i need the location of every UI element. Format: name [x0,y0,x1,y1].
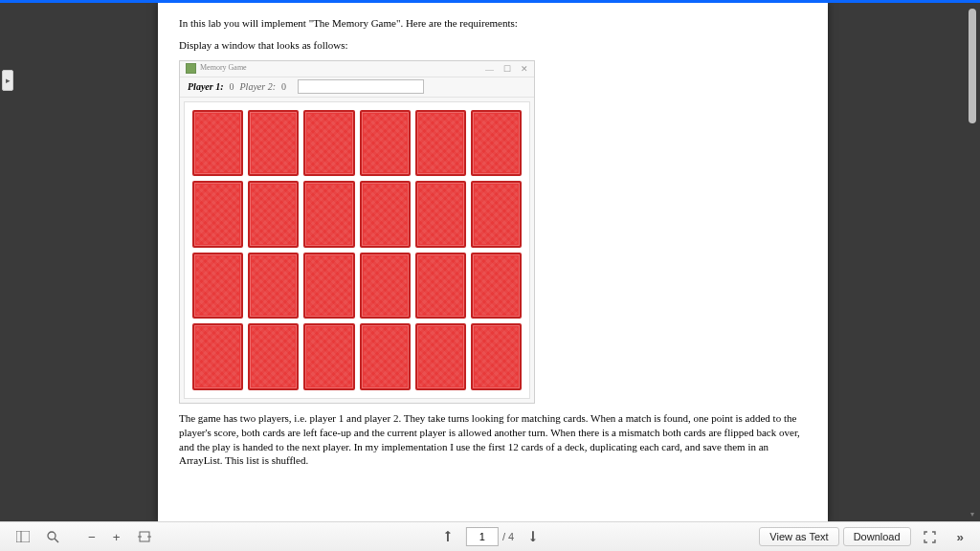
card [471,323,522,390]
card [415,181,466,248]
display-instruction: Display a window that looks as follows: [179,38,807,53]
card [360,110,411,177]
more-tools-button[interactable]: » [950,527,970,546]
svg-point-2 [48,532,56,540]
document-page: In this lab you will implement "The Memo… [158,3,828,522]
page-total-label: / 4 [502,531,514,542]
fit-button[interactable] [131,527,158,546]
search-input [298,79,424,94]
zoom-in-button[interactable]: + [106,527,127,546]
card [471,253,522,320]
card [192,181,243,248]
scrollbar-thumb[interactable] [969,9,976,123]
rules-paragraph: The game has two players, i.e. player 1 … [179,411,807,468]
scroll-down-icon[interactable]: ▾ [969,511,976,518]
card [192,110,243,177]
page-down-button[interactable]: 🠗 [520,527,546,546]
card [303,323,354,390]
card [248,253,299,320]
footer-toolbar: − + 🠕 / 4 🠗 View as Text Download » [0,521,980,551]
pagination: 🠕 / 4 🠗 [433,527,547,546]
card [471,110,522,177]
card-grid [184,101,530,399]
maximize-icon: ☐ [503,63,511,75]
card [248,110,299,177]
sidebar-button[interactable] [10,527,36,546]
score-bar: Player 1: 0 Player 2: 0 [180,77,534,98]
player2-score: 0 [281,80,286,94]
window-title: Memory Game [200,63,485,74]
card [415,323,466,390]
player1-label: Player 1: [188,80,224,94]
sample-window: Memory Game — ☐ ✕ Player 1: 0 Player 2: … [179,60,535,404]
view-as-text-button[interactable]: View as Text [759,527,838,546]
svg-rect-0 [16,531,30,542]
window-titlebar: Memory Game — ☐ ✕ [180,61,534,77]
intro-paragraph: In this lab you will implement "The Memo… [179,16,807,31]
minimize-icon: — [485,63,494,75]
app-icon [186,63,196,74]
card [248,181,299,248]
download-button[interactable]: Download [843,527,911,546]
card [471,181,522,248]
left-gutter: ▸ [0,3,46,522]
card [415,110,466,177]
fullscreen-button[interactable] [917,527,943,546]
card [192,323,243,390]
card [360,253,411,320]
page-scroll-area[interactable]: In this lab you will implement "The Memo… [46,3,940,522]
player1-score: 0 [230,80,234,94]
page-up-button[interactable]: 🠕 [434,527,460,546]
card [303,110,354,177]
right-gutter: ▾ [940,3,980,522]
card [415,253,466,320]
find-button[interactable] [40,527,66,546]
card [303,181,354,248]
card [192,253,243,320]
card [360,323,411,390]
page-number-input[interactable] [466,527,499,546]
close-icon: ✕ [521,63,528,75]
card [248,323,299,390]
sidebar-toggle[interactable]: ▸ [2,70,13,91]
document-viewer: ▸ In this lab you will implement "The Me… [0,3,980,522]
player2-label: Player 2: [240,80,277,94]
card [303,253,354,320]
svg-line-3 [55,539,58,542]
card [360,181,411,248]
zoom-out-button[interactable]: − [81,527,102,546]
